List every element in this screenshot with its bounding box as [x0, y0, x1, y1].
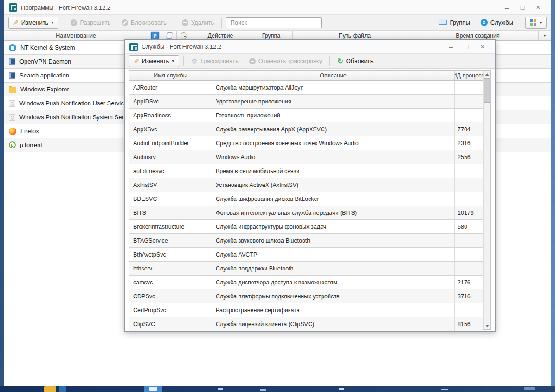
wallpaper-shape [339, 388, 344, 390]
service-row[interactable]: bthserv Служба поддержки Bluetooth [129, 262, 483, 276]
dialog-titlebar[interactable]: Службы - Fort Firewall 3.12.2 [125, 40, 495, 54]
service-description-cell: Время в сети мобильной связи [212, 164, 455, 178]
service-description-cell: Готовность приложений [212, 109, 455, 122]
service-row[interactable]: camsvc Служба диспетчера доступа к возмо… [129, 276, 483, 289]
service-row[interactable]: ClipSVC Служба лицензий клиента (ClipSVC… [129, 317, 483, 331]
service-row[interactable]: Audiosrv Windows Audio 2556 [129, 150, 483, 164]
service-row[interactable]: autotimesvc Время в сети мобильной связи [129, 164, 483, 178]
triangle-down-icon [485, 325, 489, 327]
trace-button[interactable]: Трассировать [188, 55, 241, 67]
service-pid-cell [455, 178, 486, 192]
column-header-description[interactable]: Описание [212, 71, 455, 80]
main-window-controls [499, 2, 546, 13]
close-icon[interactable] [475, 41, 490, 52]
column-header-service-name[interactable]: Имя службы [129, 71, 212, 80]
service-name-cell: AudioEndpointBuilder [129, 136, 212, 150]
search-input[interactable] [226, 17, 322, 28]
cancel-trace-button[interactable]: Отменить трассировку [246, 55, 325, 67]
column-header-group[interactable]: Группа [250, 31, 293, 40]
service-name-cell: BDESVC [129, 192, 212, 206]
wallpaper-shape [524, 387, 535, 390]
service-name-cell: BrokerInfrastructure [129, 220, 212, 233]
column-menu-button[interactable] [539, 31, 551, 40]
column-header-log[interactable] [162, 31, 177, 40]
close-icon[interactable] [530, 2, 546, 13]
service-name-cell: Audiosrv [129, 150, 212, 164]
service-row[interactable]: CertPropSvc Распространение сертификата [129, 303, 483, 317]
program-name-label: Windows Explorer [20, 86, 69, 93]
service-row[interactable]: AJRouter Служба маршрутизатора AllJoyn [129, 81, 483, 95]
service-name-cell: camsvc [129, 276, 212, 289]
view-options-button[interactable] [525, 17, 547, 29]
service-name-cell: BthAvctpSvc [129, 248, 212, 261]
program-icon [9, 72, 15, 79]
main-titlebar[interactable]: Программы - Fort Firewall 3.12.2 [4, 0, 551, 15]
cancel-minus-icon [249, 58, 256, 64]
scrollbar-thumb[interactable] [484, 78, 490, 103]
column-header-parental[interactable]: P [148, 31, 162, 40]
refresh-button[interactable]: Обновить [334, 55, 376, 67]
services-dialog: Службы - Fort Firewall 3.12.2 Изменить Т… [124, 39, 496, 332]
service-pid-cell [455, 248, 486, 261]
service-name-cell: BITS [129, 206, 212, 219]
wallpaper-shape [441, 389, 448, 390]
service-description-cell: Фоновая интеллектуальная служба передачи… [212, 206, 455, 219]
program-icon [9, 114, 15, 121]
groups-button[interactable]: Группы [437, 17, 473, 29]
service-pid-cell: 3716 [455, 289, 486, 303]
vertical-scrollbar[interactable] [483, 71, 490, 329]
service-row[interactable]: CDPSvc Служба платформы подключенных уст… [129, 289, 483, 303]
service-description-cell: Служба лицензий клиента (ClipSVC) [212, 317, 455, 331]
gear-icon [191, 58, 197, 65]
edit-button[interactable]: Изменить [8, 17, 58, 29]
service-pid-cell [455, 262, 486, 275]
desktop-wallpaper [0, 386, 555, 392]
service-row[interactable]: AxInstSV Установщик ActiveX (AxInstSV) [129, 178, 483, 192]
pencil-icon [13, 19, 19, 26]
maximize-icon[interactable] [515, 2, 530, 13]
program-icon [9, 44, 16, 51]
dialog-edit-button-label: Изменить [142, 58, 169, 64]
service-row[interactable]: BthAvctpSvc Служба AVCTP [129, 248, 483, 262]
allow-button[interactable]: Разрешить [67, 17, 114, 29]
column-header-path[interactable]: Путь файла [293, 31, 417, 40]
service-name-cell: AxInstSV [129, 178, 212, 192]
service-row[interactable]: BTAGService Служба звукового шлюза Bluet… [129, 234, 483, 248]
service-row[interactable]: BDESVC Служба шифрования дисков BitLocke… [129, 192, 483, 206]
remove-button-label: Удалить [191, 19, 214, 26]
color-grid-icon [530, 19, 536, 26]
column-header-action[interactable]: Действие [191, 31, 250, 40]
services-button[interactable]: Службы [478, 17, 516, 29]
maximize-icon[interactable] [459, 41, 475, 52]
toolbar-separator [63, 18, 63, 28]
service-row[interactable]: AppReadiness Готовность приложений [129, 109, 483, 122]
column-header-pid[interactable]: ИД процесса [455, 71, 486, 80]
column-header-schedule[interactable] [177, 31, 191, 40]
service-pid-cell: 7704 [455, 122, 486, 136]
service-description-cell: Windows Audio [212, 150, 455, 164]
service-name-cell: CDPSvc [129, 289, 212, 303]
wallpaper-shape [218, 388, 223, 390]
service-row[interactable]: AudioEndpointBuilder Средство построения… [129, 136, 483, 150]
block-button[interactable]: Блокировать [118, 17, 170, 29]
block-button-label: Блокировать [131, 19, 167, 26]
minimize-icon[interactable] [443, 41, 459, 52]
service-row[interactable]: AppXSvc Служба развертывания AppX (AppXS… [129, 122, 483, 136]
remove-button[interactable]: Удалить [179, 17, 218, 29]
scroll-down-icon[interactable] [484, 322, 491, 329]
column-header-name[interactable]: Наименование [4, 31, 148, 40]
service-pid-cell: 2316 [455, 136, 486, 150]
service-row[interactable]: AppIDSvc Удостоверение приложения [129, 95, 483, 109]
service-description-cell: Служба звукового шлюза Bluetooth [212, 234, 455, 247]
program-name-label: Firefox [20, 128, 39, 135]
service-row[interactable]: BITS Фоновая интеллектуальная служба пер… [129, 206, 483, 220]
refresh-button-label: Обновить [346, 58, 374, 64]
dialog-edit-button[interactable]: Изменить [129, 55, 179, 67]
minimize-icon[interactable] [499, 2, 515, 13]
toolbar-separator [183, 56, 184, 66]
service-row[interactable]: BrokerInfrastructure Служба инфраструкту… [129, 220, 483, 234]
wallpaper-shape [260, 389, 266, 391]
column-header-created[interactable]: Время создания [417, 31, 539, 40]
triangle-up-icon [485, 73, 489, 76]
scroll-up-icon[interactable] [484, 71, 491, 78]
